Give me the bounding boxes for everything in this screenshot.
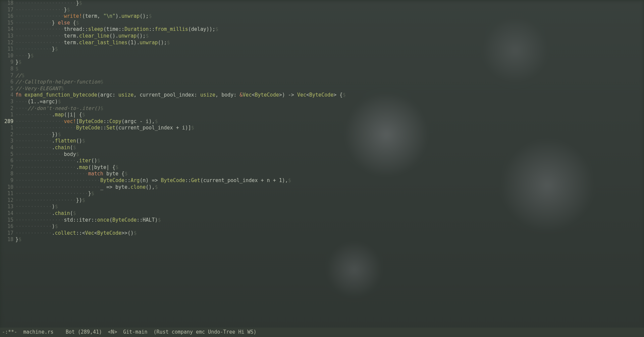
code-line[interactable]: 6//·Calltopfn·helper·function$ [0, 79, 644, 86]
code-content[interactable]: $ [15, 66, 18, 72]
token-id: term [64, 40, 76, 46]
modeline-modified: -:**- [2, 329, 17, 336]
token-id: byte [94, 164, 106, 170]
code-content[interactable]: ····················})$ [15, 197, 85, 204]
token-ty: Vec [243, 92, 252, 98]
code-line[interactable]: 4············.chain($ [0, 145, 644, 151]
code-line[interactable]: 17············.collect::<Vec<ByteCode>>(… [0, 230, 644, 237]
code-line[interactable]: 17················}$ [0, 7, 644, 13]
code-content[interactable]: ············.chain($ [15, 145, 76, 151]
token-id: n [143, 177, 146, 183]
code-content[interactable]: ····························_ => byte.cl… [15, 184, 158, 191]
token-id: byte [115, 184, 127, 190]
eol-marker: $ [82, 112, 85, 118]
code-line[interactable]: 10····}$ [0, 53, 644, 59]
whitespace-marker: ················ [15, 217, 64, 223]
code-content[interactable]: ············.chain($ [15, 210, 76, 217]
code-line[interactable]: 9}$ [0, 59, 644, 66]
code-content[interactable]: fn expand_function_bytecode(argc: usize,… [15, 92, 345, 99]
token-op: [ [76, 118, 79, 124]
whitespace-marker: ············ [15, 138, 52, 144]
code-content[interactable]: ················vec![ByteCode::Copy(argc… [15, 118, 158, 125]
token-op: ( [200, 177, 203, 183]
code-line[interactable]: 14············.chain($ [0, 210, 644, 217]
code-line[interactable]: 1····················ByteCode::Set(curre… [0, 125, 644, 131]
code-content[interactable]: ························}$ [15, 190, 94, 197]
code-line[interactable]: 3············.flatten()$ [0, 138, 644, 145]
code-content[interactable]: ············})$ [15, 131, 61, 138]
code-line[interactable]: 11············}$ [0, 46, 644, 53]
code-line[interactable]: 12················term.clear_last_lines(… [0, 40, 644, 46]
code-content[interactable]: ····(1..=argc)$ [15, 99, 61, 105]
code-line[interactable]: 9····························ByteCode::A… [0, 177, 644, 184]
code-content[interactable]: ············}$ [15, 46, 58, 53]
code-content[interactable]: //·Calltopfn·helper·function$ [15, 79, 103, 86]
code-content[interactable]: ····················.map(|byte| {$ [15, 164, 118, 171]
code-content[interactable]: ····························ByteCode::Ar… [15, 177, 291, 184]
token-cm: // [15, 72, 21, 78]
code-line[interactable]: 8························match byte {$ [0, 171, 644, 177]
code-line[interactable]: 12····················})$ [0, 197, 644, 204]
code-content[interactable]: ············.flatten()$ [15, 138, 85, 145]
code-content[interactable]: //$ [15, 72, 24, 79]
code-content[interactable]: ················term.clear_line().unwrap… [15, 33, 149, 40]
code-content[interactable]: ················term.clear_last_lines(1)… [15, 40, 170, 46]
code-content[interactable]: ············.map(|i| {$ [15, 112, 85, 118]
code-content[interactable]: ················std::iter::once(ByteCode… [15, 217, 161, 224]
code-line[interactable]: 11························}$ [0, 190, 644, 197]
code-line[interactable]: 7····················.map(|byte| {$ [0, 164, 644, 171]
token-id: current_pool_index [140, 92, 194, 98]
code-content[interactable]: ············.collect::<Vec<ByteCode>>()$ [15, 230, 137, 237]
code-content[interactable]: ············)$ [15, 204, 58, 210]
code-line[interactable]: 15················std::iter::once(ByteCo… [0, 217, 644, 224]
code-content[interactable]: ················thread::sleep(time::Dura… [15, 26, 218, 33]
code-line[interactable]: 5//·Very·ELEGANT$ [0, 86, 644, 92]
token-op: (), [146, 184, 155, 190]
code-line[interactable]: 15············} else {$ [0, 20, 644, 26]
code-content[interactable]: ················write!(term, "\n").unwra… [15, 13, 152, 20]
code-line[interactable]: 18····················}$ [0, 0, 644, 7]
code-line[interactable]: 2············})$ [0, 131, 644, 138]
code-content[interactable]: ····················.iter()$ [15, 158, 100, 164]
code-line[interactable]: 3····(1..=argc)$ [0, 99, 644, 105]
code-line[interactable]: 10····························_ => byte.… [0, 184, 644, 191]
code-content[interactable]: ····················}$ [15, 0, 82, 7]
code-line[interactable]: 13············)$ [0, 204, 644, 210]
line-number: 5 [0, 86, 15, 92]
code-content[interactable]: ····}$ [15, 53, 34, 59]
code-line[interactable]: 18}$ [0, 236, 644, 243]
token-fn: chain [55, 145, 70, 151]
code-line[interactable]: 1············.map(|i| {$ [0, 112, 644, 118]
eol-marker: $ [21, 72, 24, 78]
code-content[interactable]: ············} else {$ [15, 20, 79, 26]
code-line[interactable]: 7//$ [0, 72, 644, 79]
code-line[interactable]: 289················vec![ByteCode::Copy(a… [0, 118, 644, 125]
token-kw: fn [15, 92, 21, 98]
code-content[interactable]: //·Very·ELEGANT$ [15, 86, 64, 92]
code-content[interactable]: ····················ByteCode::Set(curren… [15, 125, 194, 131]
code-line[interactable]: 4fn expand_function_bytecode(argc: usize… [0, 92, 644, 99]
code-line[interactable]: 14················thread::sleep(time::Du… [0, 26, 644, 33]
code-line[interactable]: 2····//·don't·need·to·.iter()$ [0, 105, 644, 112]
line-number: 11 [0, 190, 15, 197]
code-content[interactable]: }$ [15, 236, 21, 243]
token-fn: flatten [55, 138, 76, 144]
code-content[interactable]: ························match byte {$ [15, 171, 127, 177]
line-number: 14 [0, 210, 15, 217]
code-content[interactable]: ····//·don't·need·to·.iter()$ [15, 105, 103, 112]
code-line[interactable]: 5················body$ [0, 151, 644, 158]
code-content[interactable]: ················body$ [15, 151, 79, 158]
code-line[interactable]: 6····················.iter()$ [0, 158, 644, 164]
token-ty: Vec [85, 230, 94, 236]
code-content[interactable]: }$ [15, 59, 21, 66]
code-line[interactable]: 13················term.clear_line().unwr… [0, 33, 644, 40]
code-line[interactable]: 16················write!(term, "\n").unw… [0, 13, 644, 20]
token-op: :: [73, 217, 79, 223]
code-area[interactable]: 18····················}$17··············… [0, 0, 644, 328]
code-content[interactable]: ············)$ [15, 223, 58, 230]
token-fn: iter [79, 158, 91, 164]
code-content[interactable]: ················}$ [15, 7, 70, 13]
eol-marker: $ [124, 171, 127, 177]
code-line[interactable]: 16············)$ [0, 223, 644, 230]
code-line[interactable]: 8$ [0, 66, 644, 72]
